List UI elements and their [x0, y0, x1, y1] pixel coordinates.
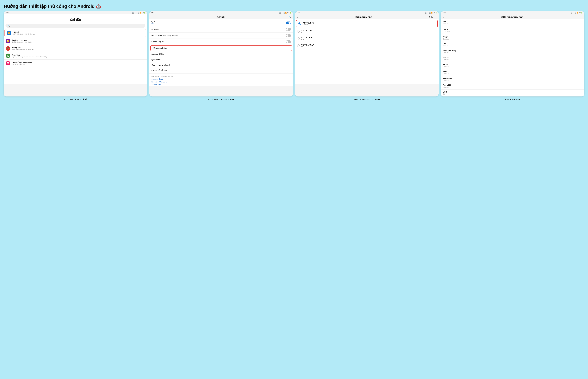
mobile-networks-item[interactable]: Các mạng di động: [151, 45, 292, 51]
screen-label: Màn hình: [12, 54, 47, 56]
field-portmms-label: Port MMS: [443, 84, 582, 86]
notif-text: Thông báo Thanh trạng thái • Không làm p…: [12, 47, 34, 50]
sim-manager-item[interactable]: Quản lý SIM: [150, 57, 293, 62]
ap-viettel-email[interactable]: VIETTEL Email v-internet: [296, 20, 437, 27]
bluetooth-item[interactable]: Bluetooth: [150, 26, 293, 32]
field-apn-label: APN: [444, 28, 581, 31]
screen-text: Màn hình Độ sáng • Bảo vệ cho mắt thoải …: [12, 54, 47, 58]
status-icons-1: 📷 ☁ ♻ · 📷 📶 45%🔋: [132, 12, 145, 14]
conn-header-title: Kết nối: [217, 16, 225, 18]
bluetooth-toggle[interactable]: [286, 28, 291, 31]
field-portmms[interactable]: Port MMS Chưa cài: [441, 83, 584, 90]
data-usage-item[interactable]: Sử dụng dữ liệu: [150, 51, 293, 57]
ap-viettel-mms[interactable]: VIETTEL MMS v-mms: [295, 35, 438, 42]
field-mmsproxy-val: Chưa cài: [443, 79, 582, 81]
time-2: 14:01: [151, 12, 155, 14]
field-server-label: Server: [443, 63, 582, 65]
connection-icon: 📶: [7, 31, 11, 35]
field-proxy[interactable]: Proxy Chưa cài: [441, 34, 584, 41]
field-mcc[interactable]: MCC 452: [441, 90, 584, 96]
screens-row: 14:00 📷 ☁ ♻ · 📷 📶 45%🔋 Cài đặt 🔍 📶 Kết n…: [4, 11, 584, 96]
suggestion-cloud[interactable]: Samsung Cloud: [150, 78, 293, 80]
wallpaper-icon: 🖼: [6, 61, 10, 65]
airplane-label: Chế độ Máy bay: [151, 41, 165, 43]
settings-item-connection[interactable]: 📶 Kết nối Wi-Fi • Bluetooth • Chế độ Máy…: [4, 29, 146, 37]
notif-icon: 🔕: [6, 46, 10, 51]
settings-title: Cài đặt: [4, 14, 147, 24]
field-port-val: Chưa cài: [443, 45, 582, 47]
ap-header: ‹ Điểm truy cập Thêm ⋮: [295, 14, 438, 19]
search-icon-2[interactable]: 🔍: [288, 16, 291, 18]
hotspot-item[interactable]: Chia sẻ kết nối internet: [150, 62, 293, 68]
field-port[interactable]: Port Chưa cài: [441, 41, 584, 48]
field-mmsc[interactable]: MMSC Chưa cài: [441, 69, 584, 76]
status-bar-4: 14:02 📷 ☁ · 📷 📶 44%🔋: [441, 11, 584, 14]
field-user-label: Tên người dùng: [443, 50, 582, 52]
back-btn-4[interactable]: ‹: [442, 15, 444, 19]
screen-icon: 🖥: [6, 54, 10, 58]
airplane-toggle[interactable]: [286, 40, 291, 43]
back-btn-2[interactable]: ‹: [151, 15, 153, 19]
screen3: 14:01 📷 ☁ · 📷 📶 44%🔋 ‹ Điểm truy cập Thê…: [295, 11, 438, 96]
field-portmms-val: Chưa cài: [443, 86, 582, 88]
ap-email-label: VIETTEL Email: [303, 22, 315, 24]
nfc-item[interactable]: NFC và thanh toán không tiếp xúc: [150, 32, 293, 39]
edit-header-title: Sửa điểm truy cập: [501, 16, 523, 18]
main-title: Hướng dẫn thiết lập thủ công cho Android…: [4, 4, 584, 9]
settings-item-sound[interactable]: 🔔 Âm thanh và rung Chế độ âm thanh • Nhạ…: [4, 37, 147, 45]
field-port-label: Port: [443, 43, 582, 45]
screen2: 14:01 📷 ☁ · 📷 📶 44%🔋 ‹ Kết nối 🔍 Wi-Fi K…: [150, 11, 293, 96]
field-apn-val: Chưa cài: [444, 31, 581, 32]
more-icon-3[interactable]: ⋮: [435, 16, 437, 18]
ap-mms-sub: v-mms: [302, 39, 313, 40]
add-ap-btn[interactable]: Thêm: [429, 16, 433, 18]
field-pass-label: Mật mã: [443, 57, 582, 59]
ap-xcap-label: VIETTEL XCAP: [302, 44, 314, 46]
search-bar[interactable]: 🔍: [5, 24, 145, 28]
step2-label: Bước 2: Chọn "Các mạng di động": [150, 98, 293, 100]
time-4: 14:02: [443, 12, 446, 14]
wallpaper-sub: Hình nền • Bảng màu: [12, 63, 32, 65]
ap-xcap-sub: xcap: [302, 46, 314, 47]
more-settings-item[interactable]: Cài đặt kết nối khác: [150, 68, 293, 73]
wifi-item[interactable]: Wi-Fi Kiet: [150, 19, 293, 26]
ap-viettel-ims[interactable]: VIETTEL IMS ims: [295, 28, 438, 35]
step4-label: Bước 4: Nhập APN: [441, 98, 584, 100]
sound-icon: 🔔: [6, 39, 10, 43]
title-text: Hướng dẫn thiết lập thủ công cho Android: [4, 4, 95, 9]
ap-viettel-xcap[interactable]: VIETTEL XCAP xcap: [295, 42, 438, 49]
field-ten-label: Tên: [443, 21, 582, 23]
android-icon: 🤖: [96, 4, 101, 9]
field-mmsc-val: Chưa cài: [443, 73, 582, 74]
field-mmsc-label: MMSC: [443, 70, 582, 72]
field-ten[interactable]: Tên Chưa cài: [441, 19, 584, 26]
field-user[interactable]: Tên người dùng Chưa cài: [441, 48, 584, 55]
connection-sub: Wi-Fi • Bluetooth • Chế độ Máy bay: [13, 33, 35, 35]
more-icon-4[interactable]: ⋮: [580, 16, 583, 18]
field-pass[interactable]: Mật mã Chưa cài: [441, 55, 584, 62]
field-mmsproxy[interactable]: MMS proxy Chưa cài: [441, 76, 584, 83]
wifi-toggle[interactable]: [286, 21, 291, 24]
step1-label: Bước 1: Vào Cài đặt -> Kết nối: [4, 98, 147, 100]
settings-item-notif[interactable]: 🔕 Thông báo Thanh trạng thái • Không làm…: [4, 45, 147, 52]
ap-mms-text: VIETTEL MMS v-mms: [302, 37, 313, 40]
ap-xcap-text: VIETTEL XCAP xcap: [302, 44, 314, 47]
mobile-networks-label: Các mạng di động: [153, 47, 167, 49]
settings-item-screen[interactable]: 🖥 Màn hình Độ sáng • Bảo vệ cho mắt thoả…: [4, 52, 147, 60]
connection-text: Kết nối Wi-Fi • Bluetooth • Chế độ Máy b…: [13, 31, 35, 35]
back-btn-3[interactable]: ‹: [296, 15, 299, 19]
airplane-item[interactable]: Chế độ Máy bay: [150, 39, 293, 45]
nfc-toggle[interactable]: [286, 34, 291, 37]
ap-header-title: Điểm truy cập: [355, 16, 372, 18]
field-apn[interactable]: APN Chưa cài: [442, 27, 583, 34]
wifi-sub: Kiet: [151, 23, 155, 25]
settings-item-wallpaper[interactable]: 🖼 Hình nền và phong cách Hình nền • Bảng…: [4, 60, 147, 67]
suggestion-windows[interactable]: Liên kết với Windows: [150, 80, 293, 83]
field-server[interactable]: Server Chưa cài: [441, 62, 584, 69]
field-mmsproxy-label: MMS proxy: [443, 77, 582, 79]
radio-empty-1: [297, 30, 300, 33]
ap-ims-text: VIETTEL IMS ims: [302, 30, 312, 33]
status-icons-2: 📷 ☁ · 📷 📶 44%🔋: [279, 12, 291, 14]
notif-label: Thông báo: [12, 47, 34, 48]
suggestion-auto[interactable]: Android Auto: [150, 83, 293, 86]
